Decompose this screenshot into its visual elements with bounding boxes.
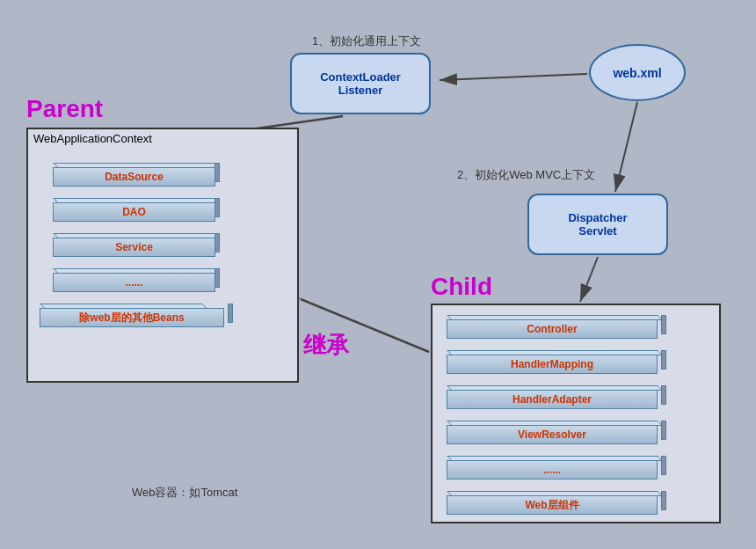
child-block: ...... [447,456,666,480]
web-container-label: Web容器：如Tomcat [132,485,237,501]
child-block: Web层组件 [447,491,666,516]
parent-block-label: ...... [53,273,215,292]
child-block: HandlerAdapter [447,385,666,410]
step2-label: 2、初始化Web MVC上下文 [457,167,595,183]
parent-block-label: 除web层的其他Beans [40,308,224,327]
webxml-text: web.xml [613,66,661,80]
svg-line-2 [440,74,587,80]
parent-block: ...... [53,268,220,293]
child-block: ViewResolver [447,421,666,445]
svg-line-4 [615,102,637,192]
child-block-label: HandlerAdapter [447,390,658,409]
child-block: Controller [447,315,666,340]
step1-label: 1、初始化通用上下文 [312,33,421,49]
context-loader-box: ContextLoaderListener [290,53,431,114]
webxml-oval: web.xml [589,44,686,101]
child-block: HandlerMapping [447,350,666,375]
child-block-label: Web层组件 [447,495,658,515]
parent-label: Parent [26,95,103,123]
context-loader-text: ContextLoaderListener [320,70,401,97]
parent-block-label: Service [53,238,215,257]
parent-block-label: DataSource [53,167,215,187]
inherit-label: 继承 [303,330,349,361]
child-blocks: Controller HandlerMapping HandlerAdapter… [447,315,666,523]
parent-blocks: DataSource DAO Service ...... 除web层的其他Be… [40,163,233,335]
parent-block: Service [53,233,220,258]
child-block-label: HandlerMapping [447,355,658,374]
svg-line-5 [580,257,598,302]
dispatcher-text: DispatcherServlet [568,211,627,238]
child-label: Child [431,273,492,301]
parent-block-label: DAO [53,202,215,222]
child-block-label: Controller [447,319,658,339]
child-block-label: ...... [447,460,658,479]
child-block-label: ViewResolver [447,425,658,444]
parent-block: DataSource [53,163,220,187]
parent-container-title: WebApplicationContext [33,132,152,145]
parent-block: 除web层的其他Beans [40,304,233,328]
parent-block: DAO [53,198,220,223]
dispatcher-box: DispatcherServlet [527,194,668,255]
